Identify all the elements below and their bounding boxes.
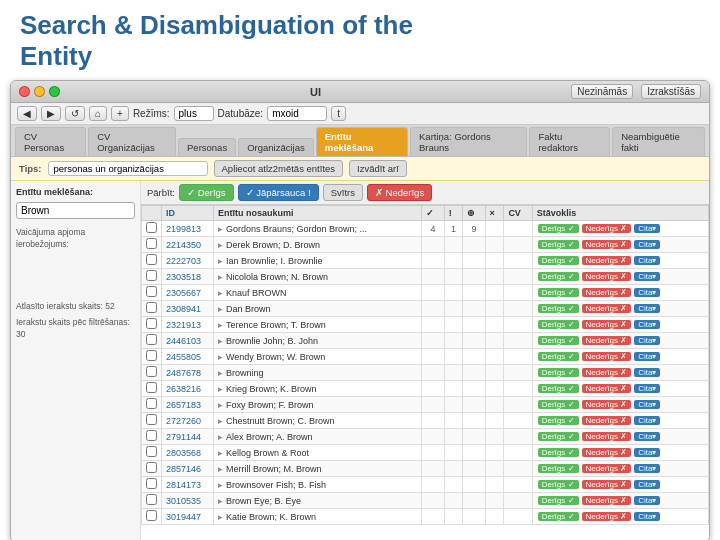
status-extra[interactable]: Cita▾	[634, 256, 660, 265]
row-checkbox-cell[interactable]	[142, 413, 162, 429]
row-status[interactable]: Derīgs ✓ Nederīgs ✗ Cita▾	[532, 509, 708, 525]
status-extra[interactable]: Cita▾	[634, 368, 660, 377]
row-checkbox-cell[interactable]	[142, 493, 162, 509]
status-extra[interactable]: Cita▾	[634, 464, 660, 473]
status-derigs[interactable]: Derīgs ✓	[538, 400, 579, 409]
tab-cv-personas[interactable]: CV Personas	[15, 127, 86, 156]
btn-japarsauca[interactable]: ✓ Jāpārsauca !	[238, 184, 319, 201]
tab-organizacijas[interactable]: Organizācijas	[238, 138, 314, 156]
row-checkbox[interactable]	[146, 398, 157, 409]
row-id[interactable]: 3010535	[162, 493, 214, 509]
row-checkbox[interactable]	[146, 286, 157, 297]
row-id[interactable]: 2222703	[162, 253, 214, 269]
row-id[interactable]: 2308941	[162, 301, 214, 317]
row-status[interactable]: Derīgs ✓ Nederīgs ✗ Cita▾	[532, 381, 708, 397]
toolbar-btn-1[interactable]: t	[331, 106, 346, 121]
row-id[interactable]: 2487678	[162, 365, 214, 381]
status-derigs[interactable]: Derīgs ✓	[538, 416, 579, 425]
status-nederigs[interactable]: Nederīgs ✗	[582, 240, 632, 249]
row-id[interactable]: 2791144	[162, 429, 214, 445]
status-nederigs[interactable]: Nederīgs ✗	[582, 416, 632, 425]
row-checkbox[interactable]	[146, 510, 157, 521]
row-id[interactable]: 2638216	[162, 381, 214, 397]
add-btn[interactable]: +	[111, 106, 129, 121]
status-derigs[interactable]: Derīgs ✓	[538, 288, 579, 297]
status-nederigs[interactable]: Nederīgs ✗	[582, 384, 632, 393]
home-btn[interactable]: ⌂	[89, 106, 107, 121]
status-derigs[interactable]: Derīgs ✓	[538, 432, 579, 441]
status-nederigs[interactable]: Nederīgs ✗	[582, 400, 632, 409]
row-status[interactable]: Derīgs ✓ Nederīgs ✗ Cita▾	[532, 269, 708, 285]
row-checkbox-cell[interactable]	[142, 461, 162, 477]
status-extra[interactable]: Cita▾	[634, 320, 660, 329]
status-nederigs[interactable]: Nederīgs ✗	[582, 432, 632, 441]
db-input[interactable]	[267, 106, 327, 121]
row-checkbox-cell[interactable]	[142, 317, 162, 333]
row-id[interactable]: 2446103	[162, 333, 214, 349]
row-checkbox[interactable]	[146, 446, 157, 457]
status-nederigs[interactable]: Nederīgs ✗	[582, 496, 632, 505]
tab-kartina[interactable]: Kartiņa: Gordons Brauns	[410, 127, 527, 156]
status-extra[interactable]: Cita▾	[634, 336, 660, 345]
row-checkbox[interactable]	[146, 414, 157, 425]
row-checkbox[interactable]	[146, 350, 157, 361]
status-derigs[interactable]: Derīgs ✓	[538, 320, 579, 329]
status-extra[interactable]: Cita▾	[634, 432, 660, 441]
row-checkbox[interactable]	[146, 494, 157, 505]
row-status[interactable]: Derīgs ✓ Nederīgs ✗ Cita▾	[532, 253, 708, 269]
nav-fwd-btn[interactable]: ▶	[41, 106, 61, 121]
row-checkbox-cell[interactable]	[142, 269, 162, 285]
row-checkbox-cell[interactable]	[142, 477, 162, 493]
btn-nederigs[interactable]: ✗ Nederīgs	[367, 184, 432, 201]
status-extra[interactable]: Cita▾	[634, 272, 660, 281]
row-checkbox-cell[interactable]	[142, 365, 162, 381]
row-status[interactable]: Derīgs ✓ Nederīgs ✗ Cita▾	[532, 285, 708, 301]
row-checkbox[interactable]	[146, 302, 157, 313]
status-nederigs[interactable]: Nederīgs ✗	[582, 368, 632, 377]
row-checkbox-cell[interactable]	[142, 301, 162, 317]
row-checkbox[interactable]	[146, 270, 157, 281]
tab-entitu-meklesana[interactable]: Entītu meklēšana	[316, 127, 408, 156]
row-checkbox[interactable]	[146, 254, 157, 265]
row-checkbox[interactable]	[146, 382, 157, 393]
maximize-button[interactable]	[49, 86, 60, 97]
status-derigs[interactable]: Derīgs ✓	[538, 336, 579, 345]
tab-cv-organizacijas[interactable]: CV Organizācijas	[88, 127, 176, 156]
row-id[interactable]: 2321913	[162, 317, 214, 333]
status-derigs[interactable]: Derīgs ✓	[538, 496, 579, 505]
row-id[interactable]: 2305667	[162, 285, 214, 301]
row-status[interactable]: Derīgs ✓ Nederīgs ✗ Cita▾	[532, 429, 708, 445]
status-derigs[interactable]: Derīgs ✓	[538, 240, 579, 249]
row-status[interactable]: Derīgs ✓ Nederīgs ✗ Cita▾	[532, 333, 708, 349]
row-status[interactable]: Derīgs ✓ Nederīgs ✗ Cita▾	[532, 461, 708, 477]
status-nederigs[interactable]: Nederīgs ✗	[582, 320, 632, 329]
close-button[interactable]	[19, 86, 30, 97]
status-extra[interactable]: Cita▾	[634, 304, 660, 313]
status-nederigs[interactable]: Nederīgs ✗	[582, 272, 632, 281]
status-derigs[interactable]: Derīgs ✓	[538, 272, 579, 281]
row-checkbox[interactable]	[146, 462, 157, 473]
status-nederigs[interactable]: Nederīgs ✗	[582, 352, 632, 361]
status-extra[interactable]: Cita▾	[634, 448, 660, 457]
status-derigs[interactable]: Derīgs ✓	[538, 512, 579, 521]
status-derigs[interactable]: Derīgs ✓	[538, 256, 579, 265]
row-id[interactable]: 3019447	[162, 509, 214, 525]
col-id[interactable]: ID	[162, 206, 214, 221]
row-status[interactable]: Derīgs ✓ Nederīgs ✗ Cita▾	[532, 349, 708, 365]
izrakstisas-btn[interactable]: Izrakstīšās	[641, 84, 701, 99]
status-derigs[interactable]: Derīgs ✓	[538, 384, 579, 393]
tips-input[interactable]	[48, 161, 208, 176]
izvadot-btn[interactable]: Izvādīt arī	[349, 160, 407, 177]
status-extra[interactable]: Cita▾	[634, 240, 660, 249]
tab-personas[interactable]: Personas	[178, 138, 236, 156]
status-extra[interactable]: Cita▾	[634, 384, 660, 393]
tab-faktu-redaktors[interactable]: Faktu redaktors	[529, 127, 610, 156]
row-status[interactable]: Derīgs ✓ Nederīgs ✗ Cita▾	[532, 221, 708, 237]
nezinamas-btn[interactable]: Nezināmās	[571, 84, 633, 99]
status-extra[interactable]: Cita▾	[634, 288, 660, 297]
row-checkbox-cell[interactable]	[142, 429, 162, 445]
row-checkbox-cell[interactable]	[142, 237, 162, 253]
minimize-button[interactable]	[34, 86, 45, 97]
row-checkbox[interactable]	[146, 238, 157, 249]
apliecot-btn[interactable]: Apliecot atlz2mētās entītes	[214, 160, 344, 177]
